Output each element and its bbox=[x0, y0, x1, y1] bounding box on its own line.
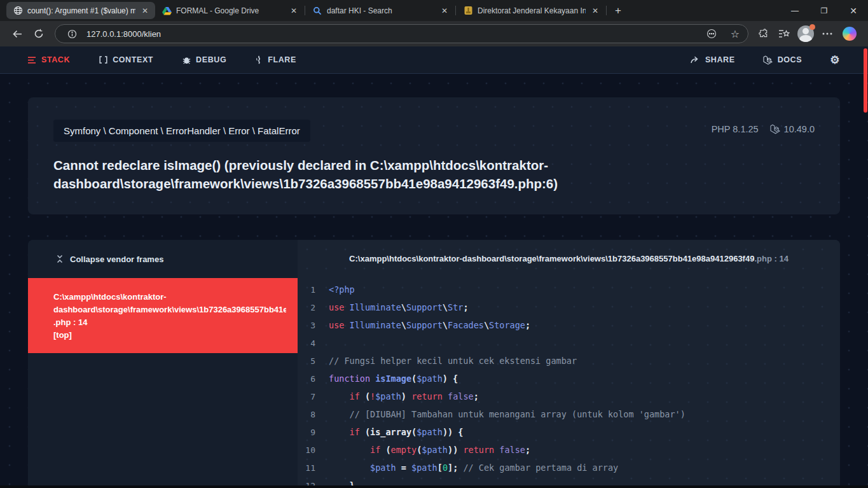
tab-flare-label: FLARE bbox=[268, 55, 296, 64]
drive-icon bbox=[162, 6, 172, 16]
back-icon[interactable] bbox=[6, 24, 28, 43]
file-path-suffix: .php : 14 bbox=[754, 254, 788, 263]
collapse-vendor-frames-label: Collapse vendor frames bbox=[70, 254, 163, 264]
php-version: PHP 8.1.25 bbox=[712, 124, 759, 134]
code-lines: 1<?php2use Illuminate\Support\Str;3use I… bbox=[298, 277, 840, 488]
brackets-icon bbox=[99, 56, 107, 64]
laravel-version-number: 10.49.0 bbox=[784, 124, 815, 134]
tab-flare[interactable]: FLARE bbox=[256, 55, 296, 64]
share-button[interactable]: SHARE bbox=[691, 55, 735, 64]
file-path-text: C:\xampp\htdocs\kontraktor-dashboard\sto… bbox=[349, 254, 754, 263]
error-page-content: Symfony \ Component \ ErrorHandler \ Err… bbox=[0, 74, 868, 488]
code-line: 1<?php bbox=[298, 281, 840, 298]
line-code: if (is_array($path)) { bbox=[329, 427, 463, 437]
restore-button[interactable]: ❐ bbox=[809, 0, 839, 21]
browser-tab-strip: count(): Argument #1 ($value) mu ✕ FORMA… bbox=[0, 0, 868, 21]
line-code: function isImage($path) { bbox=[329, 373, 458, 384]
browser-tab-search[interactable]: daftar HKI - Search ✕ bbox=[306, 2, 455, 19]
tab-separator bbox=[455, 6, 456, 15]
tab-separator bbox=[606, 6, 607, 15]
line-number: 1 bbox=[298, 285, 315, 295]
settings-more-icon[interactable] bbox=[817, 24, 837, 43]
code-line: 8 // [DIUBAH] Tambahan untuk menangani a… bbox=[298, 405, 840, 423]
code-line: 11 $path = $path[0]; // Cek gambar perta… bbox=[298, 459, 840, 477]
tab-debug[interactable]: DEBUG bbox=[183, 55, 226, 64]
code-line: 10 if (empty($path)) return false; bbox=[298, 441, 840, 459]
close-button[interactable]: ✕ bbox=[839, 0, 868, 21]
docs-label: DOCS bbox=[778, 55, 803, 64]
tab-context[interactable]: CONTEXT bbox=[99, 55, 153, 64]
flare-icon bbox=[256, 55, 263, 64]
line-number: 11 bbox=[298, 463, 315, 473]
line-number: 8 bbox=[298, 410, 315, 419]
code-line: 3use Illuminate\Support\Facades\Storage; bbox=[298, 316, 840, 334]
editor-file-path: C:\xampp\htdocs\kontraktor-dashboard\sto… bbox=[298, 240, 840, 277]
search-icon bbox=[312, 6, 322, 16]
collections-icon[interactable] bbox=[774, 24, 794, 43]
code-editor-panel: C:\xampp\htdocs\kontraktor-dashboard\sto… bbox=[298, 240, 840, 488]
line-code: use Illuminate\Support\Str; bbox=[329, 302, 469, 312]
minimize-button[interactable]: — bbox=[780, 0, 809, 21]
window-controls: — ❐ ✕ bbox=[780, 0, 868, 21]
version-info: PHP 8.1.25 10.49.0 bbox=[712, 124, 815, 134]
share-label: SHARE bbox=[705, 55, 735, 64]
browser-tab-error-page[interactable]: count(): Argument #1 ($value) mu ✕ bbox=[6, 2, 155, 19]
tab-title: daftar HKI - Search bbox=[327, 6, 435, 15]
stack-frame-selected[interactable]: C:\xampp\htdocs\kontraktor- dashboard\st… bbox=[28, 278, 298, 353]
emblem-icon bbox=[463, 6, 473, 16]
exception-class-badge[interactable]: Symfony \ Component \ ErrorHandler \ Err… bbox=[53, 120, 310, 142]
gear-icon[interactable]: ⚙ bbox=[830, 53, 840, 67]
collapse-vendor-frames-button[interactable]: Collapse vendor frames bbox=[28, 240, 298, 278]
tab-close-icon[interactable]: ✕ bbox=[439, 6, 450, 15]
address-bar[interactable]: 127.0.0.1:8000/klien ☆ bbox=[55, 24, 748, 43]
site-info-icon[interactable] bbox=[63, 26, 81, 41]
browser-tab-dgip[interactable]: Direktorat Jenderal Kekayaan Inte ✕ bbox=[457, 2, 605, 19]
tab-context-label: CONTEXT bbox=[113, 55, 153, 64]
laravel-icon bbox=[763, 55, 773, 65]
tab-stack[interactable]: STACK bbox=[28, 55, 70, 64]
url-input[interactable]: 127.0.0.1:8000/klien bbox=[86, 29, 697, 39]
line-code: // Fungsi helper kecil untuk cek ekstens… bbox=[329, 356, 577, 366]
docs-button[interactable]: DOCS bbox=[763, 55, 803, 65]
code-line: 7 if (!$path) return false; bbox=[298, 387, 840, 405]
line-number: 7 bbox=[298, 392, 315, 401]
extensions-icon[interactable] bbox=[754, 24, 774, 43]
tab-stack-label: STACK bbox=[41, 55, 70, 64]
tab-title: Direktorat Jenderal Kekayaan Inte bbox=[478, 6, 586, 15]
tab-close-icon[interactable]: ✕ bbox=[140, 6, 150, 15]
tab-close-icon[interactable]: ✕ bbox=[289, 6, 299, 15]
tab-separator bbox=[305, 6, 305, 15]
favorite-star-icon[interactable]: ☆ bbox=[726, 26, 744, 41]
share-icon bbox=[691, 56, 700, 64]
code-line: 4 bbox=[298, 334, 840, 352]
bug-icon bbox=[183, 56, 191, 64]
line-number: 9 bbox=[298, 428, 315, 437]
new-tab-button[interactable]: + bbox=[607, 4, 629, 17]
frame-path-line: dashboard\storage\framework\views\1b7326… bbox=[53, 303, 286, 316]
profile-status-dot bbox=[809, 24, 815, 30]
copilot-icon[interactable] bbox=[843, 27, 857, 41]
refresh-icon[interactable] bbox=[28, 24, 50, 43]
address-bar-more-icon[interactable] bbox=[703, 26, 720, 41]
profile-avatar[interactable] bbox=[797, 25, 814, 42]
line-number: 2 bbox=[298, 303, 315, 312]
error-message: Cannot redeclare isImage() (previously d… bbox=[53, 157, 607, 193]
tab-debug-label: DEBUG bbox=[196, 55, 226, 64]
tab-close-icon[interactable]: ✕ bbox=[590, 6, 600, 15]
line-number: 10 bbox=[298, 445, 315, 455]
line-number: 5 bbox=[298, 356, 315, 366]
window-bottom-edge bbox=[0, 485, 868, 488]
laravel-icon bbox=[770, 124, 780, 134]
tab-title: FORMAL - Google Drive bbox=[176, 6, 284, 15]
collapse-icon bbox=[56, 254, 64, 263]
line-number: 3 bbox=[298, 321, 315, 330]
code-line: 6function isImage($path) { bbox=[298, 370, 840, 387]
laravel-version: 10.49.0 bbox=[770, 124, 815, 134]
page-scrollbar-thumb[interactable] bbox=[864, 48, 867, 113]
browser-tab-google-drive[interactable]: FORMAL - Google Drive ✕ bbox=[155, 2, 304, 19]
stack-icon bbox=[28, 57, 36, 64]
stack-trace-card: Collapse vendor frames C:\xampp\htdocs\k… bbox=[28, 240, 840, 488]
line-code: $path = $path[0]; // Cek gambar pertama … bbox=[329, 463, 618, 473]
line-code: if (empty($path)) return false; bbox=[329, 445, 530, 455]
tab-title: count(): Argument #1 ($value) mu bbox=[27, 6, 135, 15]
